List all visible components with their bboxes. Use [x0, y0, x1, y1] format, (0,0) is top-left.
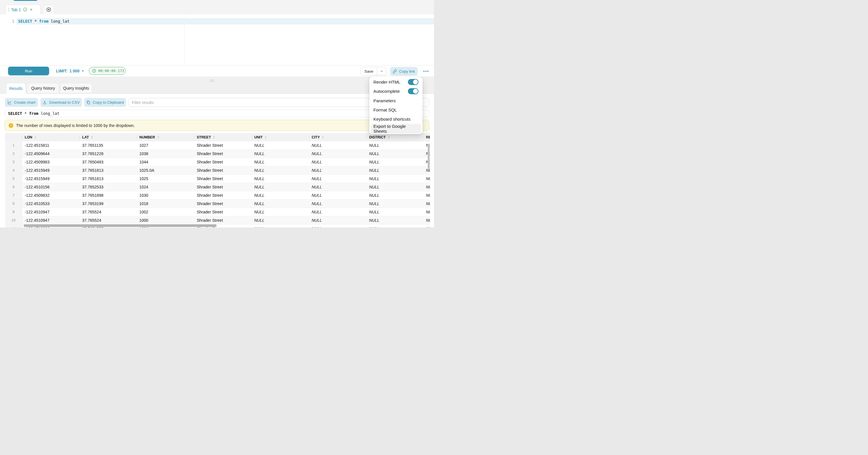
- menu-item-autocomplete[interactable]: Autocomplete: [369, 87, 423, 96]
- cell-region[interactable]: NULL: [423, 191, 430, 199]
- cell-unit[interactable]: NULL: [252, 141, 309, 149]
- cell-district[interactable]: NULL: [367, 150, 423, 158]
- sql-code-line[interactable]: SELECT * from long_lat: [18, 18, 69, 24]
- table-row[interactable]: 2-122.450964437.76512281038Shrader Stree…: [5, 150, 430, 158]
- cell-lon[interactable]: -122.4510156: [22, 183, 80, 191]
- table-row[interactable]: 7-122.450983237.76518981030Shrader Stree…: [5, 191, 430, 200]
- cell-region[interactable]: NULL: [423, 200, 430, 208]
- cell-district[interactable]: NULL: [367, 208, 423, 216]
- table-row[interactable]: 8-122.451053337.76531991018Shrader Stree…: [5, 200, 430, 208]
- cell-unit[interactable]: NULL: [252, 208, 309, 216]
- cell-city[interactable]: NULL: [309, 208, 367, 216]
- cell-lat[interactable]: 37.765524: [80, 208, 137, 216]
- cell-lon[interactable]: -122.4515811: [22, 141, 80, 149]
- tab-results[interactable]: Results: [6, 83, 26, 94]
- cell-unit[interactable]: NULL: [252, 158, 309, 166]
- cell-unit[interactable]: NULL: [252, 200, 309, 208]
- cell-street[interactable]: Shrader Street: [194, 191, 252, 199]
- column-header-region[interactable]: REGION: [423, 133, 430, 141]
- create-chart-button[interactable]: Create chart: [5, 98, 38, 107]
- pane-resize-handle[interactable]: [210, 80, 215, 83]
- menu-item-render-html[interactable]: Render HTML: [369, 77, 423, 87]
- cell-lat[interactable]: 37.7653199: [80, 200, 137, 208]
- editor-tab-1[interactable]: Tab 1 ×: [5, 5, 40, 14]
- cell-lon[interactable]: -122.4510533: [22, 200, 80, 208]
- cell-district[interactable]: NULL: [367, 141, 423, 149]
- table-row[interactable]: 4-122.451594937.76518131025.0AShrader St…: [5, 166, 430, 175]
- limit-dropdown[interactable]: LIMIT: 1 000 ▼: [56, 67, 84, 75]
- cell-lat[interactable]: 37.765524: [80, 216, 137, 224]
- cell-unit[interactable]: NULL: [252, 191, 309, 199]
- menu-item-parameters[interactable]: Parameters: [369, 96, 423, 105]
- cell-lon[interactable]: -122.4509983: [22, 158, 80, 166]
- cell-street[interactable]: Shrader Street: [194, 166, 252, 174]
- cell-lat[interactable]: 37.7650483: [80, 158, 137, 166]
- cell-district[interactable]: NULL: [367, 183, 423, 191]
- cell-region[interactable]: NULL: [423, 208, 430, 216]
- cell-city[interactable]: NULL: [309, 166, 367, 174]
- cell-lon[interactable]: -122.4515949: [22, 166, 80, 174]
- save-options-button[interactable]: [377, 67, 386, 75]
- cell-unit[interactable]: NULL: [252, 175, 309, 183]
- menu-item-export-to-google-sheets[interactable]: Export to Google Sheets: [371, 124, 421, 133]
- table-row[interactable]: 9-122.451094737.7655241002Shrader Street…: [5, 208, 430, 216]
- cell-number[interactable]: 1027: [137, 141, 194, 149]
- toggle-autocomplete[interactable]: [408, 88, 418, 94]
- cell-street[interactable]: Shrader Street: [194, 208, 252, 216]
- cell-city[interactable]: NULL: [309, 224, 367, 228]
- column-header-street[interactable]: STREET: [194, 133, 252, 141]
- cell-number[interactable]: 1000: [137, 216, 194, 224]
- tab-query-insights[interactable]: Query Insights: [60, 83, 92, 93]
- cell-city[interactable]: NULL: [309, 200, 367, 208]
- column-header-district[interactable]: DISTRICT: [367, 133, 423, 141]
- menu-item-format-sql[interactable]: Format SQL: [369, 105, 423, 114]
- cell-city[interactable]: NULL: [309, 216, 367, 224]
- column-header-lat[interactable]: LAT: [80, 133, 137, 141]
- vertical-scrollbar-thumb[interactable]: [428, 144, 430, 169]
- cell-lon[interactable]: -122.4509832: [22, 191, 80, 199]
- cell-street[interactable]: Shrader Street: [194, 216, 252, 224]
- table-row[interactable]: 5-122.451594937.76518131025Shrader Stree…: [5, 175, 430, 183]
- run-button[interactable]: Run: [8, 67, 49, 75]
- drag-handle-icon[interactable]: [8, 8, 9, 11]
- cell-number[interactable]: 1038: [137, 150, 194, 158]
- new-tab-button[interactable]: [43, 5, 55, 14]
- close-tab-icon[interactable]: ×: [30, 7, 32, 12]
- cell-region[interactable]: NULL: [423, 183, 430, 191]
- table-row[interactable]: 10-122.451094737.7655241000Shrader Stree…: [5, 216, 430, 224]
- cell-unit[interactable]: NULL: [252, 183, 309, 191]
- cell-district[interactable]: NULL: [367, 191, 423, 199]
- menu-item-keyboard-shortcuts[interactable]: Keyboard shortcuts: [369, 115, 423, 124]
- cell-lon[interactable]: -122.4510947: [22, 208, 80, 216]
- save-button[interactable]: Save: [361, 67, 377, 75]
- cell-city[interactable]: NULL: [309, 158, 367, 166]
- cell-number[interactable]: 1025.0A: [137, 166, 194, 174]
- column-header-lon[interactable]: LON: [22, 133, 80, 141]
- cell-lat[interactable]: 37.7651228: [80, 150, 137, 158]
- cell-lat[interactable]: 37.7651813: [80, 175, 137, 183]
- horizontal-scrollbar-thumb[interactable]: [24, 224, 217, 227]
- cell-number[interactable]: 1002: [137, 208, 194, 216]
- cell-district[interactable]: NULL: [367, 166, 423, 174]
- cell-unit[interactable]: NULL: [252, 216, 309, 224]
- cell-lat[interactable]: 37.7651898: [80, 191, 137, 199]
- cell-city[interactable]: NULL: [309, 191, 367, 199]
- cell-street[interactable]: Shrader Street: [194, 175, 252, 183]
- cell-number[interactable]: 1044: [137, 158, 194, 166]
- cell-district[interactable]: NULL: [367, 200, 423, 208]
- column-header-city[interactable]: CITY: [309, 133, 367, 141]
- cell-lat[interactable]: 37.7652533: [80, 183, 137, 191]
- cell-lat[interactable]: 37.7651813: [80, 166, 137, 174]
- cell-region[interactable]: NULL: [423, 175, 430, 183]
- toggle-render-html[interactable]: [408, 79, 418, 85]
- more-options-button[interactable]: [422, 67, 430, 75]
- copy-link-button[interactable]: Copy link: [390, 67, 417, 75]
- cell-lon[interactable]: -122.4509644: [22, 150, 80, 158]
- cell-street[interactable]: Shrader Street: [194, 158, 252, 166]
- cell-street[interactable]: Shrader Street: [194, 200, 252, 208]
- cell-city[interactable]: NULL: [309, 141, 367, 149]
- cell-street[interactable]: Shrader Street: [194, 141, 252, 149]
- cell-district[interactable]: NULL: [367, 158, 423, 166]
- cell-number[interactable]: 1030: [137, 191, 194, 199]
- cell-region[interactable]: NULL: [423, 224, 430, 228]
